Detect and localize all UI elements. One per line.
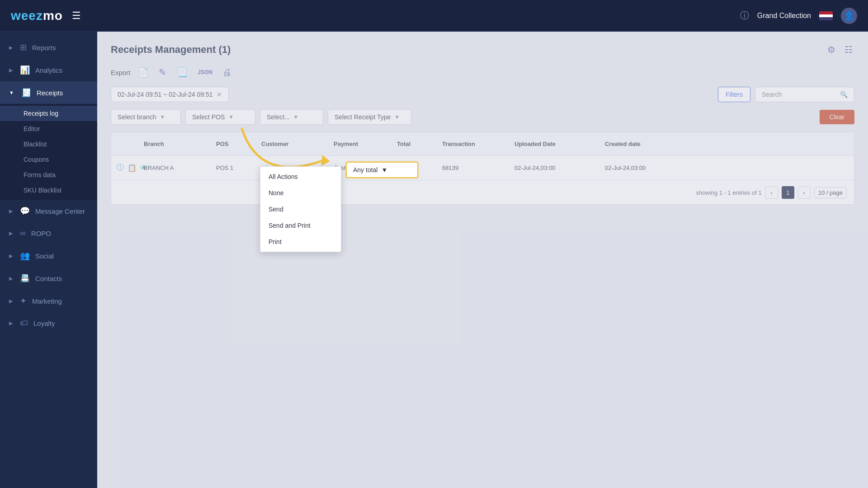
sidebar-item-message-center[interactable]: ▶ 💬 Message Center bbox=[0, 200, 97, 222]
sidebar: ▶ ⊞ Reports ▶ 📊 Analytics ▼ 🧾 Receipts R… bbox=[0, 32, 97, 488]
sidebar-label-marketing: Marketing bbox=[32, 297, 62, 305]
dropdown-item-all-actions[interactable]: All Actions bbox=[260, 169, 341, 185]
arrow-icon: ▶ bbox=[9, 230, 13, 236]
dropdown-item-send[interactable]: Send bbox=[260, 201, 341, 217]
sidebar-item-marketing[interactable]: ▶ ✦ Marketing bbox=[0, 290, 97, 312]
any-total-dropdown[interactable]: Any total ▼ bbox=[346, 162, 418, 178]
ropo-icon: ∞ bbox=[20, 229, 26, 238]
arrow-icon: ▶ bbox=[9, 320, 13, 326]
arrow-icon: ▶ bbox=[9, 45, 13, 51]
dropdown-item-print[interactable]: Print bbox=[260, 234, 341, 250]
sidebar-label-message-center: Message Center bbox=[35, 207, 85, 215]
arrow-icon: ▶ bbox=[9, 67, 13, 73]
action-dropdown-menu: All Actions None Send Send and Print Pri… bbox=[260, 166, 341, 252]
sidebar-sub-item-coupons[interactable]: Coupons bbox=[0, 152, 97, 167]
receipts-icon: 🧾 bbox=[21, 88, 31, 98]
topbar: weezmo ☰ ⓘ Grand Collection 👤 bbox=[0, 0, 868, 32]
arrow-icon: ▶ bbox=[9, 208, 13, 214]
user-avatar[interactable]: 👤 bbox=[841, 8, 857, 24]
sidebar-label-analytics: Analytics bbox=[35, 66, 62, 74]
sidebar-item-contacts[interactable]: ▶ 📇 Contacts bbox=[0, 267, 97, 290]
marketing-icon: ✦ bbox=[20, 296, 27, 306]
dropdown-item-send-and-print[interactable]: Send and Print bbox=[260, 217, 341, 234]
company-name: Grand Collection bbox=[757, 12, 811, 20]
topbar-right: ⓘ Grand Collection 👤 bbox=[740, 8, 857, 24]
arrow-icon: ▶ bbox=[9, 298, 13, 304]
flag-icon bbox=[819, 11, 833, 20]
content-area: Receipts Management (1) ⚙ ☷ Export 📄 ✎ 📃… bbox=[97, 32, 868, 488]
sidebar-label-receipts: Receipts bbox=[37, 89, 63, 97]
loyalty-icon: 🏷 bbox=[20, 319, 28, 328]
help-icon[interactable]: ⓘ bbox=[740, 9, 749, 22]
sidebar-label-contacts: Contacts bbox=[35, 275, 62, 282]
menu-icon[interactable]: ☰ bbox=[72, 10, 81, 22]
main-layout: ▶ ⊞ Reports ▶ 📊 Analytics ▼ 🧾 Receipts R… bbox=[0, 32, 868, 488]
sidebar-item-social[interactable]: ▶ 👥 Social bbox=[0, 244, 97, 267]
arrow-icon: ▶ bbox=[9, 276, 13, 282]
contacts-icon: 📇 bbox=[20, 273, 30, 283]
arrow-icon: ▶ bbox=[9, 253, 13, 259]
sidebar-item-analytics[interactable]: ▶ 📊 Analytics bbox=[0, 59, 97, 81]
analytics-icon: 📊 bbox=[20, 65, 30, 75]
sidebar-sub-item-receipts-log[interactable]: Receipts log bbox=[0, 106, 97, 121]
chevron-down-icon: ▼ bbox=[381, 166, 387, 174]
sidebar-sub-item-editor[interactable]: Editor bbox=[0, 121, 97, 136]
dropdown-item-none[interactable]: None bbox=[260, 185, 341, 201]
any-total-label: Any total bbox=[353, 166, 377, 174]
sidebar-item-loyalty[interactable]: ▶ 🏷 Loyalty bbox=[0, 312, 97, 334]
sidebar-item-ropo[interactable]: ▶ ∞ ROPO bbox=[0, 222, 97, 244]
logo: weezmo bbox=[11, 9, 63, 23]
sidebar-sub-item-forms-data[interactable]: Forms data bbox=[0, 167, 97, 183]
sidebar-sub-item-blacklist[interactable]: Blacklist bbox=[0, 136, 97, 152]
reports-icon: ⊞ bbox=[20, 42, 27, 52]
dropdown-overlay bbox=[97, 32, 868, 488]
sidebar-label-loyalty: Loyalty bbox=[33, 319, 55, 327]
social-icon: 👥 bbox=[20, 251, 30, 261]
message-center-icon: 💬 bbox=[20, 206, 30, 216]
sidebar-label-ropo: ROPO bbox=[31, 230, 51, 237]
sidebar-sub-receipts: Receipts log Editor Blacklist Coupons Fo… bbox=[0, 104, 97, 200]
sidebar-item-receipts[interactable]: ▼ 🧾 Receipts bbox=[0, 81, 97, 104]
arrow-down-icon: ▼ bbox=[9, 90, 14, 95]
sidebar-item-reports[interactable]: ▶ ⊞ Reports bbox=[0, 36, 97, 59]
sidebar-label-social: Social bbox=[35, 252, 54, 260]
sidebar-sub-item-sku-blacklist[interactable]: SKU Blacklist bbox=[0, 183, 97, 198]
sidebar-label-reports: Reports bbox=[32, 44, 56, 52]
